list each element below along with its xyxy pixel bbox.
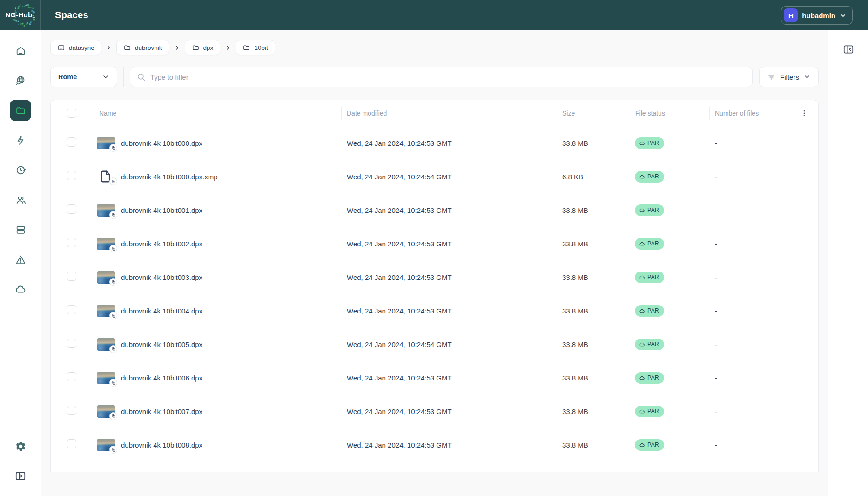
- table-row[interactable]: dubrovnik 4k 10bit001.dpx Wed, 24 Jan 20…: [51, 193, 818, 227]
- file-name[interactable]: dubrovnik 4k 10bit008.dpx: [121, 441, 202, 449]
- row-checkbox[interactable]: [67, 406, 76, 415]
- row-checkbox[interactable]: [67, 439, 76, 448]
- cloud-status-icon: [639, 408, 645, 414]
- column-header-file-status[interactable]: File status: [629, 100, 709, 126]
- row-checkbox[interactable]: [67, 372, 76, 381]
- status-label: PAR: [647, 442, 659, 448]
- status-label: PAR: [647, 207, 659, 213]
- sidebar-item-jobs[interactable]: [10, 129, 31, 151]
- column-header-number-of-files[interactable]: Number of files: [709, 100, 790, 126]
- breadcrumb-item-dpx[interactable]: dpx: [185, 40, 221, 55]
- file-name[interactable]: dubrovnik 4k 10bit000.dpx.xmp: [121, 173, 218, 181]
- site-selector-value: Rome: [58, 73, 77, 81]
- sidebar-item-spaces[interactable]: [10, 100, 31, 121]
- row-checkbox[interactable]: [67, 339, 76, 348]
- right-panel-toggle[interactable]: [842, 43, 855, 57]
- search-input[interactable]: [150, 73, 746, 81]
- sidebar-item-settings[interactable]: [10, 435, 31, 457]
- row-select-cell: [51, 171, 82, 182]
- status-label: PAR: [647, 408, 659, 414]
- status-badge: PAR: [635, 372, 664, 384]
- status-badge: PAR: [635, 339, 664, 350]
- file-size: 33.8 MB: [556, 340, 629, 348]
- file-count: -: [709, 240, 790, 248]
- table-row[interactable]: dubrovnik 4k 10bit002.dpx Wed, 24 Jan 20…: [51, 227, 818, 260]
- image-thumbnail: [97, 472, 115, 473]
- status-cell: PAR: [629, 372, 709, 384]
- file-size: 33.8 MB: [556, 408, 629, 415]
- row-checkbox[interactable]: [67, 137, 76, 147]
- file-thumbnail: [97, 204, 115, 217]
- table-row[interactable]: dubrovnik 4k 10bit006.dpx Wed, 24 Jan 20…: [51, 361, 818, 394]
- sidebar-item-cloud[interactable]: [10, 279, 31, 300]
- name-cell: dubrovnik 4k 10bit003.dpx: [82, 271, 341, 284]
- column-header-size[interactable]: Size: [556, 100, 629, 126]
- home-icon: [15, 45, 27, 57]
- status-badge: PAR: [635, 238, 664, 250]
- file-name[interactable]: dubrovnik 4k 10bit003.dpx: [121, 273, 202, 281]
- table-row[interactable]: dubrovnik 4k 10bit008.dpx Wed, 24 Jan 20…: [51, 428, 818, 462]
- site-selector[interactable]: Rome: [50, 67, 117, 87]
- table-row[interactable]: dubrovnik 4k 10bit000.dpx.xmp Wed, 24 Ja…: [51, 160, 818, 193]
- row-select-cell: [51, 406, 82, 417]
- column-header-date-modified[interactable]: Date modified: [341, 100, 556, 126]
- table-header: Name Date modified Size File status Numb…: [51, 100, 818, 126]
- file-name[interactable]: dubrovnik 4k 10bit007.dpx: [121, 408, 202, 415]
- file-name[interactable]: dubrovnik 4k 10bit000.dpx: [121, 139, 202, 147]
- table-row[interactable]: dubrovnik 4k 10bit009.dpx Wed, 24 Jan 20…: [51, 462, 818, 472]
- table-row[interactable]: dubrovnik 4k 10bit004.dpx Wed, 24 Jan 20…: [51, 294, 818, 327]
- sidebar-item-storage[interactable]: [10, 219, 31, 240]
- user-menu[interactable]: H hubadmin: [781, 6, 853, 25]
- select-all-cell: [51, 100, 82, 126]
- row-checkbox[interactable]: [67, 305, 76, 314]
- breadcrumb-item-datasync[interactable]: datasync: [50, 40, 101, 55]
- column-header-name[interactable]: Name: [82, 100, 341, 126]
- file-count: -: [709, 340, 790, 348]
- name-cell: dubrovnik 4k 10bit000.dpx: [82, 136, 341, 149]
- file-name[interactable]: dubrovnik 4k 10bit006.dpx: [121, 374, 202, 382]
- sidebar-item-home[interactable]: [10, 40, 31, 61]
- table-row[interactable]: dubrovnik 4k 10bit005.dpx Wed, 24 Jan 20…: [51, 327, 818, 361]
- name-cell: dubrovnik 4k 10bit000.dpx.xmp: [82, 170, 341, 183]
- file-name[interactable]: dubrovnik 4k 10bit004.dpx: [121, 307, 202, 315]
- versions-badge-icon: [109, 245, 117, 252]
- file-count: -: [709, 173, 790, 181]
- row-checkbox[interactable]: [67, 171, 76, 180]
- file-name[interactable]: dubrovnik 4k 10bit001.dpx: [121, 206, 202, 214]
- file-name[interactable]: dubrovnik 4k 10bit002.dpx: [121, 240, 202, 248]
- file-name[interactable]: dubrovnik 4k 10bit005.dpx: [121, 340, 202, 348]
- app-logo[interactable]: NG-Hub™: [0, 0, 41, 30]
- breadcrumb-item-dubrovnik[interactable]: dubrovnik: [116, 40, 169, 55]
- status-cell: PAR: [629, 406, 709, 417]
- file-thumbnail: [97, 271, 115, 284]
- table-row[interactable]: dubrovnik 4k 10bit000.dpx Wed, 24 Jan 20…: [51, 126, 818, 160]
- file-size: 6.8 KB: [556, 173, 629, 181]
- folder-icon: [15, 105, 27, 116]
- sidebar-item-users[interactable]: [10, 189, 31, 211]
- select-all-checkbox[interactable]: [67, 109, 76, 118]
- file-modified: Wed, 24 Jan 2024, 10:24:53 GMT: [341, 240, 556, 248]
- table-row[interactable]: dubrovnik 4k 10bit003.dpx Wed, 24 Jan 20…: [51, 260, 818, 294]
- sidebar-item-discover[interactable]: [10, 70, 31, 91]
- users-icon: [15, 194, 27, 206]
- sidebar-collapse-toggle[interactable]: [10, 465, 31, 487]
- table-options-button[interactable]: [800, 109, 808, 117]
- page-title: Spaces: [55, 10, 88, 20]
- filters-button[interactable]: Filters: [759, 67, 819, 87]
- sidebar-item-history[interactable]: [10, 159, 31, 181]
- chevron-down-icon: [102, 73, 109, 81]
- breadcrumb-item-10bit[interactable]: 10bit: [236, 40, 275, 55]
- row-checkbox[interactable]: [67, 238, 76, 247]
- status-label: PAR: [647, 341, 659, 347]
- name-cell: dubrovnik 4k 10bit005.dpx: [82, 338, 341, 351]
- avatar: H: [784, 8, 798, 22]
- table-row[interactable]: dubrovnik 4k 10bit007.dpx Wed, 24 Jan 20…: [51, 394, 818, 428]
- row-checkbox[interactable]: [67, 272, 76, 281]
- chevron-right-icon: [225, 45, 231, 51]
- breadcrumb-label: 10bit: [254, 44, 268, 51]
- status-cell: PAR: [629, 305, 709, 317]
- row-checkbox[interactable]: [67, 204, 76, 214]
- name-cell: dubrovnik 4k 10bit002.dpx: [82, 237, 341, 250]
- sidebar-item-alerts[interactable]: [10, 249, 31, 270]
- status-cell: PAR: [629, 238, 709, 250]
